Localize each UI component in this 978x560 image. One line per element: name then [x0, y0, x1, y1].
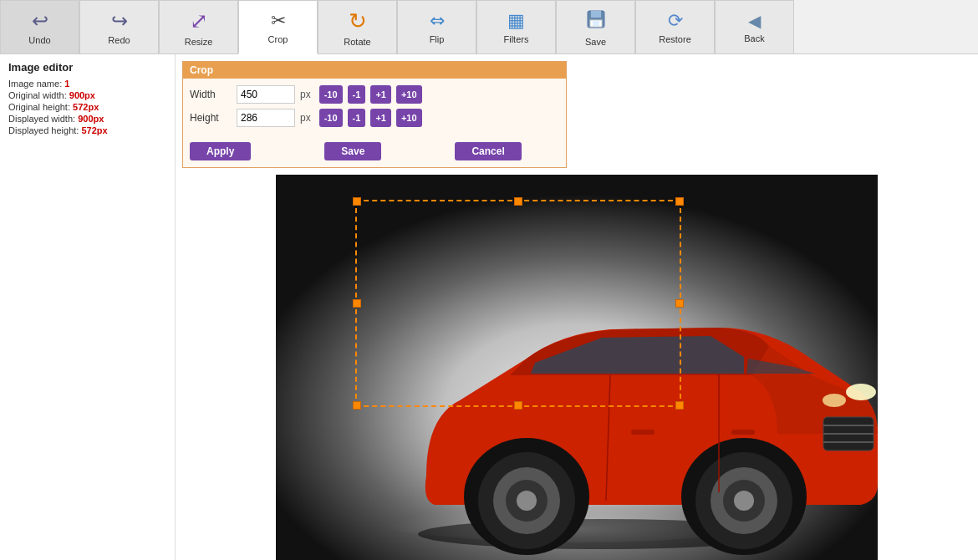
height-plus10-button[interactable]: +10 [396, 109, 422, 127]
resize-icon: ⤢ [190, 8, 208, 34]
image-name-row: Image name: 1 [8, 79, 166, 89]
image-name-label: Image name: [8, 79, 62, 89]
redo-icon [111, 9, 128, 33]
flip-icon: ⇔ [430, 10, 445, 32]
original-width-value: 900px [69, 90, 95, 100]
save-button[interactable]: Save [556, 0, 635, 54]
save-label: Save [585, 37, 606, 47]
restore-icon: ⟳ [668, 10, 683, 32]
toolbar: Undo Redo ⤢ Resize ✂ Crop ↻ Rotate ⇔ Fli… [0, 0, 978, 54]
redo-label: Redo [108, 35, 130, 45]
width-plus1-button[interactable]: +1 [370, 85, 391, 104]
displayed-width-value: 900px [78, 114, 104, 124]
undo-icon [32, 9, 48, 33]
displayed-width-label: Displayed width: [8, 114, 75, 124]
car-image-svg [276, 175, 878, 560]
back-label: Back [744, 33, 764, 43]
height-plus1-button[interactable]: +1 [370, 109, 391, 127]
crop-actions: Apply Save Cancel [183, 139, 566, 167]
resize-button[interactable]: ⤢ Resize [159, 0, 238, 54]
crop-panel-body: Width px -10 -1 +1 +10 Height px -10 -1 … [183, 79, 566, 139]
height-unit: px [300, 112, 311, 124]
width-row: Width px -10 -1 +1 +10 [190, 85, 559, 104]
width-input[interactable] [237, 85, 295, 104]
svg-point-22 [823, 394, 846, 407]
undo-button[interactable]: Undo [0, 0, 79, 54]
height-input[interactable] [237, 109, 295, 127]
restore-button[interactable]: ⟳ Restore [635, 0, 715, 54]
height-minus1-button[interactable]: -1 [348, 109, 366, 127]
rotate-icon: ↻ [349, 8, 367, 34]
displayed-height-value: 572px [81, 125, 107, 135]
original-height-row: Original height: 572px [8, 102, 166, 112]
width-plus10-button[interactable]: +10 [396, 85, 422, 104]
main-content: Image editor Image name: 1 Original widt… [0, 54, 978, 560]
restore-label: Restore [659, 34, 691, 44]
svg-rect-26 [731, 430, 755, 435]
save-icon [585, 8, 607, 34]
displayed-height-row: Displayed height: 572px [8, 125, 166, 135]
svg-point-21 [846, 384, 876, 400]
undo-label: Undo [28, 35, 50, 45]
image-wrapper [182, 175, 971, 560]
image-name-value: 1 [64, 79, 69, 89]
filters-icon: ▦ [507, 10, 525, 32]
filters-label: Filters [504, 34, 529, 44]
crop-panel-title: Crop [183, 62, 566, 79]
filters-button[interactable]: ▦ Filters [476, 0, 556, 54]
original-height-label: Original height: [8, 102, 70, 112]
apply-button[interactable]: Apply [190, 142, 251, 160]
image-canvas [276, 175, 878, 560]
original-height-value: 572px [73, 102, 99, 112]
cancel-button[interactable]: Cancel [455, 142, 521, 160]
svg-point-12 [517, 491, 537, 511]
width-label: Width [190, 89, 232, 100]
rotate-button[interactable]: ↻ Rotate [318, 0, 397, 54]
original-width-label: Original width: [8, 90, 67, 100]
crop-button[interactable]: ✂ Crop [238, 0, 318, 54]
back-icon: ◀ [748, 11, 761, 31]
redo-button[interactable]: Redo [79, 0, 159, 54]
height-minus10-button[interactable]: -10 [319, 109, 343, 127]
crop-icon: ✂ [271, 10, 286, 32]
width-minus10-button[interactable]: -10 [319, 85, 343, 104]
crop-label: Crop [268, 34, 288, 44]
svg-rect-25 [631, 430, 655, 435]
original-width-row: Original width: 900px [8, 90, 166, 100]
back-button[interactable]: ◀ Back [715, 0, 794, 54]
editor-area: Crop Width px -10 -1 +1 +10 Height px [176, 54, 978, 560]
flip-button[interactable]: ⇔ Flip [397, 0, 476, 54]
crop-panel: Crop Width px -10 -1 +1 +10 Height px [182, 61, 567, 168]
sidebar: Image editor Image name: 1 Original widt… [0, 54, 176, 560]
app-title: Image editor [8, 61, 166, 74]
width-minus1-button[interactable]: -1 [348, 85, 366, 104]
flip-label: Flip [430, 34, 445, 44]
resize-label: Resize [185, 37, 213, 47]
height-row: Height px -10 -1 +1 +10 [190, 109, 559, 127]
width-unit: px [300, 89, 311, 100]
svg-rect-1 [591, 11, 601, 18]
svg-point-16 [734, 491, 754, 511]
displayed-height-label: Displayed height: [8, 125, 79, 135]
save-crop-button[interactable]: Save [324, 142, 381, 160]
displayed-width-row: Displayed width: 900px [8, 114, 166, 124]
height-label: Height [190, 112, 232, 124]
rotate-label: Rotate [344, 37, 370, 47]
svg-rect-3 [593, 21, 599, 26]
